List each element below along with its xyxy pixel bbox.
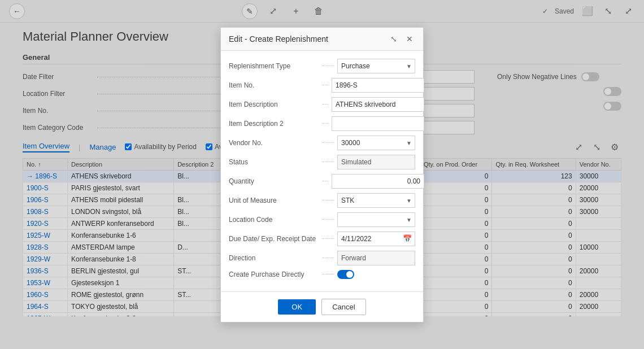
item-description-2-input[interactable] xyxy=(332,116,424,131)
due-date-row: Due Date/ Exp. Receipt Date 📅 xyxy=(229,232,415,246)
item-no-label: Item No. xyxy=(229,81,319,89)
item-description-2-label: Item Description 2 xyxy=(229,120,319,128)
vendor-no-label: Vendor No. xyxy=(229,139,319,147)
unit-of-measure-select-wrapper: STK PCS ▼ xyxy=(337,193,415,208)
direction-label: Direction xyxy=(229,254,319,262)
modal-body: Replenishment Type Purchase Production T… xyxy=(221,51,423,291)
location-code-row: Location Code ▼ xyxy=(229,212,415,227)
unit-of-measure-label: Unit of Measure xyxy=(229,197,319,204)
location-code-select-wrapper: ▼ xyxy=(337,212,415,227)
modal-footer: OK Cancel xyxy=(221,291,423,322)
quantity-label: Quantity xyxy=(229,177,319,185)
cancel-button[interactable]: Cancel xyxy=(321,299,365,315)
unit-of-measure-row: Unit of Measure STK PCS ▼ xyxy=(229,193,415,208)
item-no-row: Item No. xyxy=(229,78,415,93)
create-purchase-toggle[interactable] xyxy=(337,270,354,279)
direction-value: Forward xyxy=(337,251,415,265)
status-row: Status Simulated xyxy=(229,155,415,169)
unit-of-measure-select[interactable]: STK PCS xyxy=(337,193,415,208)
modal-title: Edit - Create Replenishment xyxy=(229,34,328,43)
vendor-no-select[interactable]: 30000 20000 10000 xyxy=(337,136,415,150)
replenishment-type-select-wrapper: Purchase Production Transfer ▼ xyxy=(337,59,415,73)
quantity-input[interactable] xyxy=(332,174,424,189)
modal-expand-icon[interactable]: ⤡ xyxy=(388,33,399,45)
modal-header-icons: ⤡ ✕ xyxy=(388,33,415,45)
item-description-row: Item Description xyxy=(229,97,415,112)
location-code-label: Location Code xyxy=(229,216,319,224)
due-date-label: Due Date/ Exp. Receipt Date xyxy=(229,235,319,243)
replenishment-type-select[interactable]: Purchase Production Transfer xyxy=(337,59,415,73)
toggle-knob xyxy=(346,271,353,278)
vendor-no-row: Vendor No. 30000 20000 10000 ▼ xyxy=(229,136,415,150)
item-description-2-row: Item Description 2 xyxy=(229,116,415,131)
item-description-label: Item Description xyxy=(229,101,319,108)
create-replenishment-modal: Edit - Create Replenishment ⤡ ✕ Replenis… xyxy=(220,27,424,322)
item-description-input[interactable] xyxy=(332,97,424,112)
vendor-no-select-wrapper: 30000 20000 10000 ▼ xyxy=(337,136,415,150)
status-label: Status xyxy=(229,158,319,166)
location-code-select[interactable] xyxy=(337,212,415,227)
quantity-row: Quantity xyxy=(229,174,415,189)
status-value: Simulated xyxy=(337,155,415,169)
ok-button[interactable]: OK xyxy=(278,299,316,315)
create-purchase-label: Create Purchase Directly xyxy=(229,271,319,278)
item-no-input[interactable] xyxy=(332,78,424,93)
create-purchase-row: Create Purchase Directly xyxy=(229,270,415,279)
due-date-input[interactable] xyxy=(337,232,415,246)
modal-close-icon[interactable]: ✕ xyxy=(404,33,415,45)
modal-backdrop: Edit - Create Replenishment ⤡ ✕ Replenis… xyxy=(0,0,644,349)
due-date-wrapper: 📅 xyxy=(337,232,415,246)
replenishment-type-row: Replenishment Type Purchase Production T… xyxy=(229,59,415,73)
replenishment-type-label: Replenishment Type xyxy=(229,62,319,70)
direction-row: Direction Forward xyxy=(229,251,415,265)
modal-header: Edit - Create Replenishment ⤡ ✕ xyxy=(221,28,423,51)
